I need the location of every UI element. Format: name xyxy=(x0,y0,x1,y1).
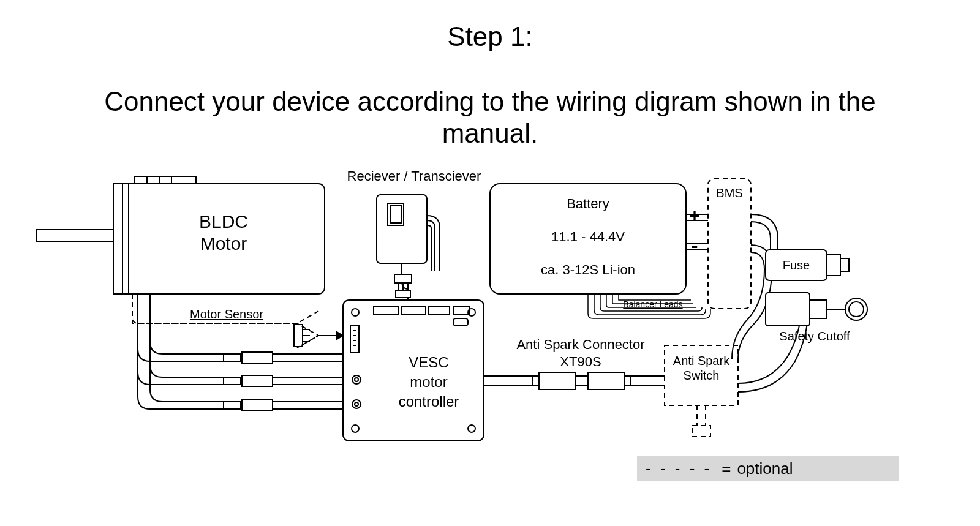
battery-plus: + xyxy=(689,205,700,225)
safety-cutoff xyxy=(766,293,867,326)
battery-minus: - xyxy=(691,233,698,257)
svg-rect-13 xyxy=(242,400,273,411)
vesc-label-2: motor xyxy=(410,374,447,390)
legend-optional: - - - - - = optional xyxy=(637,456,899,481)
safety-cutoff-label: Safety Cutoff xyxy=(779,329,850,343)
svg-rect-3 xyxy=(37,230,113,242)
svg-rect-11 xyxy=(242,375,273,386)
svg-rect-47 xyxy=(539,372,576,389)
svg-rect-29 xyxy=(350,326,359,353)
svg-rect-50 xyxy=(625,376,631,386)
legend-eq: = xyxy=(722,459,731,478)
battery-voltage: 11.1 - 44.4V xyxy=(551,229,625,244)
svg-rect-9 xyxy=(242,352,273,363)
svg-rect-4 xyxy=(135,176,196,184)
wiring-diagram-page: Step 1: Connect your device according to… xyxy=(0,0,980,526)
svg-rect-60 xyxy=(766,293,810,326)
svg-rect-48 xyxy=(533,376,539,386)
svg-rect-46 xyxy=(396,290,410,298)
switch-label-1: Anti Spark xyxy=(673,354,730,367)
svg-rect-61 xyxy=(810,300,827,318)
vesc-controller xyxy=(343,300,484,441)
motor-sensor-wire xyxy=(132,294,318,348)
xt90s-label-1: Anti Spark Connector xyxy=(516,337,644,352)
xt90s-label-2: XT90S xyxy=(560,354,601,369)
receiver xyxy=(377,195,440,300)
svg-rect-20 xyxy=(343,300,484,441)
battery-cells: ca. 3-12S Li-ion xyxy=(541,262,635,277)
svg-rect-8 xyxy=(224,354,241,361)
switch-label-2: Switch xyxy=(684,369,720,382)
svg-rect-12 xyxy=(224,402,241,409)
legend-label: optional xyxy=(737,459,793,478)
bldc-motor xyxy=(37,176,325,294)
motor-label-1: BLDC xyxy=(199,211,248,231)
svg-marker-19 xyxy=(337,332,343,339)
svg-rect-58 xyxy=(827,255,840,276)
receiver-label: Reciever / Transciever xyxy=(347,168,481,184)
vesc-label-1: VESC xyxy=(409,354,448,370)
sensor-arrow xyxy=(318,332,343,339)
svg-rect-41 xyxy=(390,206,401,223)
diagram-canvas: BLDC Motor Motor Sensor Reciever / Trans… xyxy=(0,0,980,526)
fuse-label: Fuse xyxy=(783,258,810,272)
svg-rect-14 xyxy=(294,325,303,347)
balancer-label: Balancer Leads xyxy=(623,299,682,309)
motor-label-2: Motor xyxy=(200,233,247,254)
battery-title: Battery xyxy=(567,196,609,211)
motor-sensor-label: Motor Sensor xyxy=(190,307,263,321)
legend-dashes: - - - - - xyxy=(646,459,712,478)
vesc-label-3: controller xyxy=(399,393,459,410)
svg-rect-54 xyxy=(692,426,710,437)
svg-rect-59 xyxy=(840,258,849,272)
bms-label: BMS xyxy=(716,186,742,200)
svg-rect-10 xyxy=(224,377,241,385)
svg-rect-49 xyxy=(588,372,625,389)
svg-rect-1 xyxy=(113,184,129,294)
svg-rect-42 xyxy=(394,274,412,283)
